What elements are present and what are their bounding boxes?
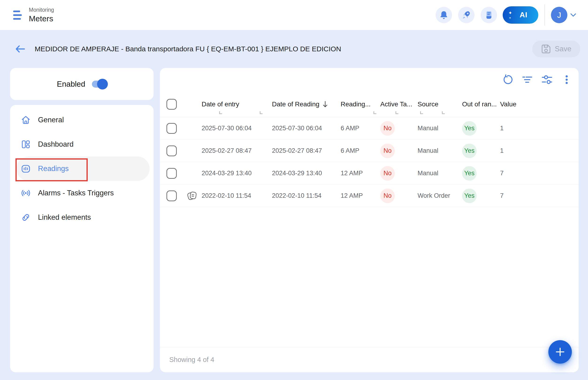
row-checkbox[interactable] xyxy=(166,190,177,201)
link-icon xyxy=(21,212,31,223)
column-resize-handle[interactable] xyxy=(373,111,376,114)
sliders-icon[interactable] xyxy=(542,74,552,85)
home-icon xyxy=(21,115,31,125)
column-resize-handle[interactable] xyxy=(260,111,263,114)
column-resize-handle[interactable] xyxy=(442,111,445,114)
kebab-menu-icon[interactable] xyxy=(561,74,572,85)
active-task-badge: No xyxy=(380,189,395,203)
column-header-source[interactable]: Source xyxy=(418,100,462,108)
column-header-label: Date of Reading xyxy=(272,100,319,108)
notebook-icon xyxy=(484,10,493,20)
cell-source: Work Order xyxy=(418,192,462,199)
column-resize-handle[interactable] xyxy=(219,111,222,114)
top-app-bar: Monitoring Meters xyxy=(0,0,588,30)
cell-date-of-entry: 2022-02-10 11:54 xyxy=(202,192,272,199)
column-header-reading[interactable]: Reading... xyxy=(341,100,380,108)
sidebar-item-readings[interactable]: Readings xyxy=(16,156,150,181)
table-row[interactable]: 2024-03-29 13:40 2024-03-29 13:40 12 AMP… xyxy=(160,162,579,185)
refresh-icon[interactable] xyxy=(502,74,513,85)
column-resize-handle[interactable] xyxy=(396,111,398,114)
record-title-bar: MEDIDOR DE AMPERAJE - Banda transportado… xyxy=(0,30,588,68)
plus-icon xyxy=(555,346,566,357)
add-reading-fab[interactable] xyxy=(548,340,572,364)
cell-value: 7 xyxy=(500,170,579,177)
dashboard-icon xyxy=(21,139,31,150)
row-checkbox[interactable] xyxy=(166,168,177,179)
table-empty-space xyxy=(160,207,579,347)
topbar-actions: ✦✦ AI J xyxy=(429,4,576,25)
cell-reading: 6 AMP xyxy=(341,147,380,154)
out-of-range-badge: Yes xyxy=(462,189,477,203)
app-root: Monitoring Meters xyxy=(0,0,588,380)
cell-source: Manual xyxy=(418,147,462,154)
enabled-toggle[interactable] xyxy=(92,81,107,88)
cell-date-of-entry: 2024-03-29 13:40 xyxy=(202,170,272,177)
sidebar-item-label: General xyxy=(38,116,64,124)
notifications-button[interactable] xyxy=(436,7,452,23)
out-of-range-badge: Yes xyxy=(462,166,477,181)
cell-date-of-reading: 2025-07-30 06:04 xyxy=(272,125,341,132)
cell-date-of-reading: 2025-02-27 08:47 xyxy=(272,147,341,154)
column-header-date-of-entry[interactable]: Date of entry xyxy=(202,100,272,108)
select-all-checkbox[interactable] xyxy=(166,99,177,110)
table-footer: Showing 4 of 4 xyxy=(160,347,579,372)
page-title: Meters xyxy=(29,14,54,23)
meter-icon xyxy=(21,164,31,174)
column-header-value[interactable]: Value xyxy=(500,100,579,108)
row-checkbox[interactable] xyxy=(166,146,177,156)
work-order-note-icon xyxy=(186,190,198,202)
cell-source: Manual xyxy=(418,170,462,177)
docs-button[interactable] xyxy=(481,7,497,23)
bell-icon xyxy=(439,10,448,20)
back-arrow-icon[interactable] xyxy=(15,45,25,53)
table-toolbar xyxy=(160,68,579,91)
topbar-titles: Monitoring Meters xyxy=(29,7,54,23)
column-header-out-of-range[interactable]: Out of ran... xyxy=(462,100,500,108)
filter-icon[interactable] xyxy=(522,74,533,85)
sidebar: Enabled General xyxy=(10,68,154,372)
column-header-active-task[interactable]: Active Ta... xyxy=(380,100,418,108)
save-button[interactable]: Save xyxy=(532,40,580,57)
sidebar-item-linked-elements[interactable]: Linked elements xyxy=(10,205,154,229)
topbar-divider xyxy=(544,4,545,25)
table-row[interactable]: 2022-02-10 11:54 2022-02-10 11:54 12 AMP… xyxy=(160,185,579,207)
sidebar-item-general[interactable]: General xyxy=(10,108,154,132)
toggle-knob xyxy=(97,79,108,90)
ai-assistant-button[interactable]: ✦✦ AI xyxy=(503,6,538,24)
sparkles-icon: ✦✦ xyxy=(508,6,514,24)
sidebar-item-label: Linked elements xyxy=(38,213,91,222)
whats-new-button[interactable] xyxy=(458,7,475,23)
cell-date-of-entry: 2025-02-27 08:47 xyxy=(202,147,272,154)
table-header-row: Date of entry Date of Reading Reading...… xyxy=(160,91,579,117)
record-title: MEDIDOR DE AMPERAJE - Banda transportado… xyxy=(35,45,341,53)
cell-value: 1 xyxy=(500,147,579,154)
sort-desc-arrow-icon[interactable] xyxy=(323,101,328,108)
sidebar-item-alarms[interactable]: Alarms - Tasks Triggers xyxy=(10,181,154,205)
breadcrumb-section: Monitoring xyxy=(29,7,54,13)
row-checkbox[interactable] xyxy=(166,123,177,134)
cell-date-of-entry: 2025-07-30 06:04 xyxy=(202,125,272,132)
active-task-badge: No xyxy=(380,121,395,136)
cell-reading: 12 AMP xyxy=(341,192,380,199)
hamburger-menu-icon[interactable] xyxy=(13,11,22,20)
column-resize-handle[interactable] xyxy=(420,111,423,114)
cell-reading: 6 AMP xyxy=(341,125,380,132)
active-task-badge: No xyxy=(380,144,395,158)
column-header-date-of-reading[interactable]: Date of Reading xyxy=(272,100,341,108)
cell-reading: 12 AMP xyxy=(341,170,380,177)
table-row[interactable]: 2025-07-30 06:04 2025-07-30 06:04 6 AMP … xyxy=(160,117,579,140)
cell-date-of-reading: 2024-03-29 13:40 xyxy=(272,170,341,177)
user-avatar[interactable]: J xyxy=(551,7,567,23)
ai-label: AI xyxy=(503,11,538,19)
sidebar-item-dashboard[interactable]: Dashboard xyxy=(10,132,154,156)
readings-table-card: Date of entry Date of Reading Reading...… xyxy=(160,68,579,372)
sidebar-item-label: Readings xyxy=(38,165,69,173)
table-row[interactable]: 2025-02-27 08:47 2025-02-27 08:47 6 AMP … xyxy=(160,140,579,162)
cell-date-of-reading: 2022-02-10 11:54 xyxy=(272,192,341,199)
save-floppy-icon xyxy=(541,44,551,54)
enabled-card: Enabled xyxy=(10,68,154,100)
active-task-badge: No xyxy=(380,166,395,181)
account-chevron-down-icon[interactable] xyxy=(570,13,576,17)
out-of-range-badge: Yes xyxy=(462,121,477,136)
sidebar-item-label: Alarms - Tasks Triggers xyxy=(38,189,114,197)
